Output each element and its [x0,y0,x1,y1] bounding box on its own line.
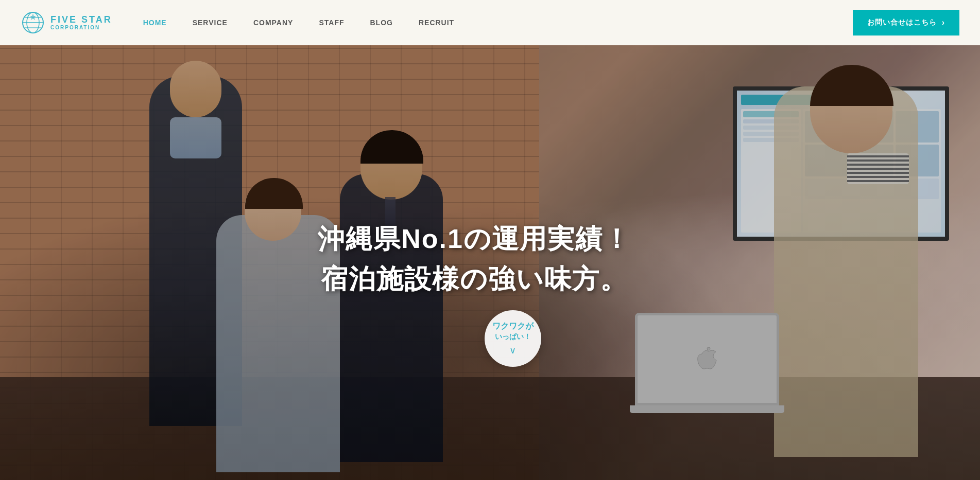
logo-five-star: FIVE STAR [50,15,112,25]
nav-service[interactable]: SERVICE [193,19,228,27]
cta-arrow-icon: › [942,18,945,27]
badge-chevron-icon[interactable]: ∨ [509,345,516,356]
hero-title-line2: 宿泊施設様の強い味方。 [318,259,631,299]
nav-blog[interactable]: BLOG [370,19,393,27]
site-header: FIVE STAR CORPORATION HOME SERVICE COMPA… [0,0,980,45]
hero-section: 沖縄県No.1の運用実績！ 宿泊施設様の強い味方。 ワクワクが いっぱい！ ∨ [0,45,980,480]
logo-corporation: CORPORATION [50,25,112,30]
nav-company[interactable]: COMPANY [253,19,294,27]
cta-label: お問い合せはこちら [867,18,937,27]
main-nav: HOME SERVICE COMPANY STAFF BLOG RECRUIT [143,19,853,27]
badge-text-main: ワクワクが [492,321,534,332]
nav-home[interactable]: HOME [143,19,167,27]
contact-cta-button[interactable]: お問い合せはこちら › [853,10,959,35]
badge-text-sub: いっぱい！ [495,332,531,342]
hero-title: 沖縄県No.1の運用実績！ 宿泊施設様の強い味方。 [318,219,631,299]
hero-title-line1: 沖縄県No.1の運用実績！ [318,219,631,259]
nav-staff[interactable]: STAFF [319,19,344,27]
logo-text: FIVE STAR CORPORATION [50,15,112,31]
svg-marker-5 [30,13,36,20]
hero-text-container: 沖縄県No.1の運用実績！ 宿泊施設様の強い味方。 [318,219,631,299]
hero-badge[interactable]: ワクワクが いっぱい！ ∨ [485,310,541,367]
nav-recruit[interactable]: RECRUIT [419,19,454,27]
globe-icon [21,10,45,35]
logo[interactable]: FIVE STAR CORPORATION [21,10,112,35]
